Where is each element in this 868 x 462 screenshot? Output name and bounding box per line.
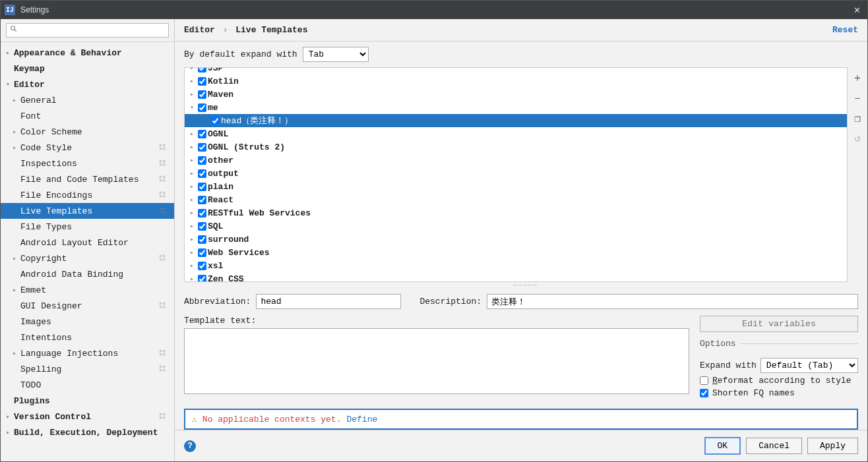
template-group-plain[interactable]: ▸plain — [185, 180, 847, 193]
sidebar-item-emmet[interactable]: ▸Emmet — [1, 282, 174, 298]
expand-with-select[interactable]: Default (Tab) — [760, 358, 858, 373]
sidebar-item-plugins[interactable]: Plugins — [1, 393, 174, 409]
template-group-checkbox[interactable] — [198, 130, 206, 138]
options-legend: Options — [700, 339, 740, 349]
sidebar-item-copyright[interactable]: ▸Copyright — [1, 250, 174, 266]
apply-button[interactable]: Apply — [807, 438, 858, 454]
cancel-button[interactable]: Cancel — [746, 438, 802, 454]
edit-variables-button: Edit variables — [700, 316, 858, 332]
sidebar-item-spelling[interactable]: Spelling — [1, 361, 174, 377]
sidebar-item-appearance-behavior[interactable]: ▸Appearance & Behavior — [1, 45, 174, 61]
svg-rect-18 — [160, 208, 162, 210]
define-link[interactable]: Define — [346, 415, 377, 424]
sidebar-item-android-data-binding[interactable]: Android Data Binding — [1, 266, 174, 282]
template-group-label: output — [208, 169, 239, 179]
add-icon[interactable]: ＋ — [852, 71, 863, 85]
breadcrumb-editor[interactable]: Editor — [184, 25, 215, 35]
sidebar-item-inspections[interactable]: Inspections — [1, 156, 174, 171]
chevron-down-icon: ▾ — [6, 80, 14, 88]
splitter-handle[interactable]: ┄┄┄┄┄ — [184, 282, 867, 289]
template-group-checkbox[interactable] — [198, 196, 206, 204]
template-list[interactable]: ▸JSP▸Kotlin▸Maven▾mehead（类注释！）▸OGNL▸OGNL… — [184, 67, 848, 282]
template-group-checkbox[interactable] — [198, 222, 206, 231]
abbr-input[interactable] — [256, 294, 401, 309]
desc-input[interactable] — [487, 294, 858, 309]
chevron-right-icon: ▸ — [13, 144, 20, 152]
chevron-right-icon: ▸ — [190, 222, 198, 230]
chevron-right-icon: ▸ — [13, 96, 20, 104]
sidebar-item-code-style[interactable]: ▸Code Style — [1, 140, 174, 156]
template-group-xsl[interactable]: ▸xsl — [185, 259, 847, 272]
template-group-checkbox[interactable] — [198, 235, 206, 244]
template-group-checkbox[interactable] — [198, 248, 206, 257]
sidebar-item-build-execution-deployment[interactable]: ▸Build, Execution, Deployment — [1, 424, 174, 440]
sidebar-item-android-layout-editor[interactable]: Android Layout Editor — [1, 235, 174, 250]
sidebar-item-general[interactable]: ▸General — [1, 92, 174, 108]
sidebar-item-file-encodings[interactable]: File Encodings — [1, 187, 174, 203]
template-group-restful-web-services[interactable]: ▸RESTful Web Services — [185, 206, 847, 219]
search-input[interactable] — [6, 23, 169, 38]
window-title: Settings — [20, 5, 850, 14]
sidebar-item-label: Images — [20, 317, 51, 327]
sidebar-item-live-templates[interactable]: Live Templates — [1, 203, 174, 219]
template-group-other[interactable]: ▸other — [185, 154, 847, 167]
template-group-checkbox[interactable] — [198, 77, 206, 86]
template-group-jsp[interactable]: ▸JSP — [185, 67, 847, 74]
template-group-me[interactable]: ▾me — [185, 101, 847, 114]
reformat-checkbox[interactable] — [700, 376, 708, 385]
template-group-kotlin[interactable]: ▸Kotlin — [185, 74, 847, 88]
template-group-ognl[interactable]: ▸OGNL — [185, 127, 847, 140]
template-group-checkbox[interactable] — [198, 67, 206, 72]
template-group-output[interactable]: ▸output — [185, 167, 847, 180]
template-group-checkbox[interactable] — [198, 275, 206, 283]
template-group-zen-css[interactable]: ▸Zen CSS — [185, 272, 847, 282]
template-item[interactable]: head（类注释！） — [185, 114, 847, 127]
default-expand-select[interactable]: Tab — [303, 47, 369, 62]
settings-tree[interactable]: ▸Appearance & BehaviorKeymap▾Editor▸Gene… — [1, 42, 174, 461]
sidebar-item-gui-designer[interactable]: GUI Designer — [1, 298, 174, 314]
sidebar-item-todo[interactable]: TODO — [1, 377, 174, 393]
template-group-checkbox[interactable] — [198, 143, 206, 152]
template-group-maven[interactable]: ▸Maven — [185, 88, 847, 101]
close-icon[interactable]: ✕ — [850, 5, 863, 15]
template-group-react[interactable]: ▸React — [185, 193, 847, 206]
template-group-surround[interactable]: ▸surround — [185, 233, 847, 246]
sidebar-item-font[interactable]: Font — [1, 108, 174, 124]
reset-link[interactable]: Reset — [832, 25, 858, 35]
svg-rect-6 — [160, 160, 162, 163]
sidebar-item-color-scheme[interactable]: ▸Color Scheme — [1, 124, 174, 140]
template-group-label: JSP — [208, 67, 223, 73]
sidebar-item-images[interactable]: Images — [1, 314, 174, 330]
abbr-label: Abbreviation: — [184, 297, 251, 306]
copy-icon[interactable]: ❐ — [852, 112, 863, 125]
template-item-checkbox[interactable] — [211, 117, 220, 125]
shorten-checkbox[interactable] — [700, 389, 708, 397]
svg-rect-35 — [163, 366, 166, 368]
template-text-area[interactable] — [184, 328, 689, 394]
sidebar-item-keymap[interactable]: Keymap — [1, 61, 174, 76]
template-group-checkbox[interactable] — [198, 156, 206, 165]
svg-rect-5 — [163, 148, 166, 150]
sidebar-item-label: Appearance & Behavior — [14, 48, 122, 58]
ok-button[interactable]: OK — [704, 437, 741, 455]
sidebar-item-language-injections[interactable]: ▸Language Injections — [1, 345, 174, 361]
svg-rect-9 — [163, 163, 166, 166]
sidebar-item-intentions[interactable]: Intentions — [1, 330, 174, 345]
template-group-checkbox[interactable] — [198, 103, 206, 112]
template-group-ognl-struts-2-[interactable]: ▸OGNL (Struts 2) — [185, 140, 847, 154]
help-icon[interactable]: ? — [184, 440, 196, 452]
sidebar-item-file-and-code-templates[interactable]: File and Code Templates — [1, 171, 174, 187]
sidebar-item-version-control[interactable]: ▸Version Control — [1, 409, 174, 424]
sidebar-item-editor[interactable]: ▾Editor — [1, 76, 174, 92]
template-group-checkbox[interactable] — [198, 169, 206, 178]
sidebar-item-label: Language Injections — [20, 349, 118, 359]
sidebar-item-file-types[interactable]: File Types — [1, 219, 174, 235]
template-group-checkbox[interactable] — [198, 183, 206, 191]
template-group-checkbox[interactable] — [198, 209, 206, 217]
reformat-label: Reformat according to style — [712, 376, 852, 386]
remove-icon[interactable]: － — [852, 92, 863, 105]
template-group-checkbox[interactable] — [198, 262, 206, 270]
template-group-web-services[interactable]: ▸Web Services — [185, 246, 847, 259]
template-group-checkbox[interactable] — [198, 90, 206, 99]
template-group-sql[interactable]: ▸SQL — [185, 219, 847, 233]
